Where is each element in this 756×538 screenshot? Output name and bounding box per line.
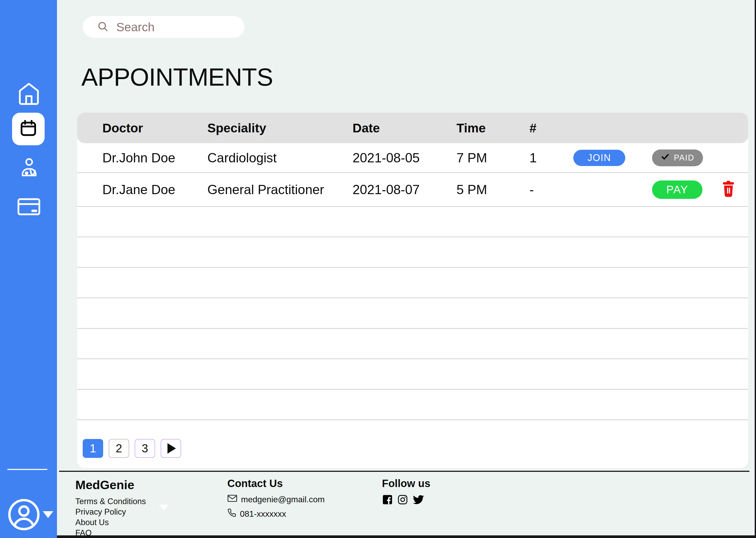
footer-contact-column: Contact Us medgenie@gmail.com 081-xxxxxx…: [227, 478, 325, 523]
next-page-button[interactable]: [161, 439, 181, 458]
page-button-1[interactable]: 1: [83, 439, 103, 458]
table-empty-row: [77, 359, 748, 390]
cell-speciality: General Practitioner: [208, 182, 353, 197]
facebook-icon[interactable]: [382, 494, 393, 505]
profile-button[interactable]: [7, 498, 40, 531]
doctor-icon: [18, 156, 40, 180]
table-row: Dr.John Doe Cardiologist 2021-08-05 7 PM…: [77, 143, 748, 173]
search-bar: [83, 16, 244, 38]
check-icon: [661, 152, 670, 163]
footer-caret-down-icon: [159, 505, 169, 511]
footer-follow-column: Follow us: [382, 478, 430, 505]
sidebar-item-doctors[interactable]: [17, 156, 41, 180]
brand-name: MedGenie: [75, 478, 146, 492]
page-button-2[interactable]: 2: [109, 439, 129, 458]
footer-divider: [59, 471, 749, 472]
table-empty-row: [77, 329, 748, 359]
follow-heading: Follow us: [382, 478, 430, 489]
pagination: 1 2 3: [83, 439, 181, 458]
footer-brand-column: MedGenie Terms & Conditions Privacy Poli…: [75, 478, 146, 538]
table-empty-row: [77, 268, 748, 298]
column-header-time: Time: [456, 121, 530, 135]
credit-card-icon: [17, 196, 41, 218]
column-header-doctor: Doctor: [102, 121, 208, 135]
delete-appointment-button[interactable]: [722, 180, 735, 199]
join-button[interactable]: JOIN: [573, 150, 625, 166]
footer-link-terms[interactable]: Terms & Conditions: [75, 496, 146, 507]
table-empty-row: [77, 207, 748, 237]
table-empty-row: [77, 390, 748, 420]
instagram-icon[interactable]: [397, 494, 408, 505]
appointments-table: Doctor Speciality Date Time # Dr.John Do…: [77, 113, 748, 468]
caret-down-icon[interactable]: [43, 511, 53, 518]
table-row: Dr.Jane Doe General Practitioner 2021-08…: [77, 173, 748, 207]
play-arrow-icon: [167, 443, 176, 454]
home-icon: [17, 81, 41, 107]
twitter-icon[interactable]: [412, 494, 424, 505]
table-empty-row: [77, 237, 748, 268]
cell-number: 1: [530, 150, 573, 166]
contact-heading: Contact Us: [227, 478, 325, 489]
user-circle-icon: [7, 527, 40, 532]
search-input[interactable]: [116, 20, 273, 34]
column-header-number: #: [530, 121, 573, 135]
cell-speciality: Cardiologist: [208, 150, 353, 166]
page-title: APPOINTMENTS: [81, 63, 273, 91]
join-button-label: JOIN: [588, 152, 611, 163]
sidebar-item-appointments[interactable]: [12, 113, 45, 145]
cell-number: -: [530, 182, 573, 197]
footer-link-privacy[interactable]: Privacy Policy: [75, 507, 146, 517]
sidebar: [0, 0, 57, 538]
cell-date: 2021-08-05: [353, 150, 456, 166]
calendar-icon: [19, 119, 38, 139]
cell-doctor: Dr.John Doe: [102, 150, 208, 166]
cell-doctor: Dr.Jane Doe: [102, 182, 208, 197]
mail-icon: [227, 494, 237, 505]
app-window: APPOINTMENTS Doctor Speciality Date Time…: [0, 0, 756, 538]
footer-link-faq[interactable]: FAQ: [75, 528, 146, 538]
contact-email: medgenie@gmail.com: [241, 495, 325, 504]
paid-status-badge: PAID: [652, 149, 703, 166]
pay-button[interactable]: PAY: [652, 181, 702, 199]
paid-status-label: PAID: [674, 153, 694, 163]
sidebar-item-home[interactable]: [16, 81, 42, 107]
table-header-row: Doctor Speciality Date Time #: [77, 113, 748, 143]
contact-phone: 081-xxxxxxx: [240, 509, 286, 519]
cell-time: 5 PM: [456, 182, 530, 197]
page-button-3[interactable]: 3: [135, 439, 155, 458]
table-empty-row: [77, 298, 748, 329]
footer-link-about[interactable]: About Us: [75, 517, 146, 528]
cell-time: 7 PM: [456, 150, 530, 166]
column-header-date: Date: [353, 121, 456, 135]
phone-icon: [227, 508, 236, 519]
cell-date: 2021-08-07: [353, 182, 456, 197]
trash-icon: [722, 180, 735, 199]
sidebar-item-payments[interactable]: [16, 196, 42, 218]
column-header-speciality: Speciality: [208, 121, 353, 135]
pay-button-label: PAY: [666, 183, 688, 196]
magnifier-icon: [97, 21, 109, 34]
sidebar-divider: [7, 469, 47, 470]
